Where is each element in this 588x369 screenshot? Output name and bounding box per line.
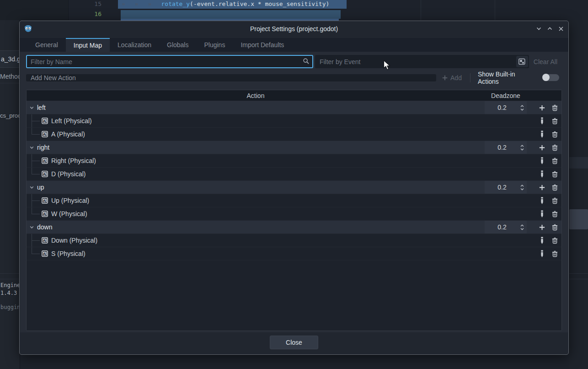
- tab-plugins[interactable]: Plugins: [196, 38, 233, 52]
- delete-action-button[interactable]: [551, 223, 558, 231]
- tab-label: Plugins: [204, 41, 225, 49]
- delete-event-button[interactable]: [551, 170, 558, 178]
- trash-icon: [551, 118, 558, 125]
- console-text: 1.4.3: [0, 290, 17, 296]
- code-keyword: rotate_y: [161, 0, 190, 7]
- delete-event-button[interactable]: [551, 250, 558, 257]
- add-action-button[interactable]: Add: [436, 71, 467, 84]
- add-new-action-input[interactable]: [26, 74, 436, 81]
- edit-event-button[interactable]: [538, 210, 545, 217]
- mouse-cursor: [383, 60, 391, 71]
- trash-icon: [551, 211, 558, 217]
- row-buttons: [527, 144, 561, 151]
- row-buttons: [527, 170, 561, 178]
- line-number: 16: [74, 11, 102, 17]
- event-row[interactable]: A Down (Physical): [27, 234, 561, 247]
- add-event-button[interactable]: [538, 144, 545, 151]
- chevron-down-icon[interactable]: [29, 185, 34, 190]
- plus-icon: [539, 224, 545, 231]
- tab-globals[interactable]: Globals: [159, 38, 196, 52]
- close-icon[interactable]: [557, 25, 564, 32]
- edit-event-button[interactable]: [538, 250, 545, 257]
- event-row[interactable]: A W (Physical): [27, 207, 561, 221]
- deadzone-spinbox[interactable]: 0.2: [485, 141, 527, 154]
- delete-event-button[interactable]: [551, 237, 558, 244]
- filter-name-wrap: [26, 55, 313, 68]
- deadzone-spinbox[interactable]: 0.2: [485, 101, 527, 114]
- action-group-row[interactable]: up 0.2: [27, 181, 561, 194]
- chevron-down-icon[interactable]: [29, 145, 34, 150]
- deadzone-value: 0.2: [485, 223, 519, 231]
- event-filter-button[interactable]: [516, 56, 528, 67]
- event-row[interactable]: A Up (Physical): [27, 194, 561, 207]
- updown-spinner-icon[interactable]: [519, 224, 525, 231]
- edit-event-button[interactable]: [538, 170, 545, 178]
- tab-import-defaults[interactable]: Import Defaults: [233, 38, 292, 52]
- input-event-icon: [518, 58, 526, 65]
- show-builtin-label: Show Built-in Actions: [478, 71, 537, 85]
- scrollbar-segment[interactable]: [569, 157, 588, 168]
- tab-general[interactable]: General: [27, 38, 66, 52]
- edit-event-button[interactable]: [538, 237, 545, 244]
- event-row[interactable]: A S (Physical): [27, 247, 561, 260]
- filter-by-name-input[interactable]: [26, 55, 313, 68]
- delete-event-button[interactable]: [551, 197, 558, 204]
- delete-event-button[interactable]: [551, 130, 558, 138]
- updown-spinner-icon[interactable]: [519, 104, 525, 111]
- event-row[interactable]: A A (Physical): [27, 128, 561, 141]
- trash-icon: [551, 250, 558, 257]
- delete-event-button[interactable]: [551, 117, 558, 125]
- delete-action-button[interactable]: [551, 104, 558, 111]
- action-group-row[interactable]: left 0.2: [27, 101, 561, 114]
- keyboard-key-icon: A: [42, 211, 48, 217]
- delete-action-button[interactable]: [551, 144, 558, 151]
- delete-action-button[interactable]: [551, 184, 558, 191]
- event-row[interactable]: A D (Physical): [27, 168, 561, 181]
- tab-input-map[interactable]: Input Map: [66, 38, 110, 52]
- action-group-row[interactable]: right 0.2: [27, 141, 561, 154]
- event-label: Up (Physical): [51, 197, 89, 204]
- tab-label: Globals: [167, 41, 188, 49]
- tab-guide-icon: »: [135, 0, 139, 7]
- line-number-gutter: 15 16: [69, 0, 104, 20]
- clear-all-button[interactable]: Clear All: [529, 58, 562, 65]
- deadzone-spinbox[interactable]: 0.2: [485, 181, 527, 194]
- delete-event-button[interactable]: [551, 210, 558, 217]
- chevron-up-icon[interactable]: [546, 25, 553, 32]
- svg-text:A: A: [43, 119, 46, 123]
- deadzone-spinbox[interactable]: 0.2: [485, 221, 527, 233]
- code-selection-line16: [121, 10, 341, 19]
- edit-event-button[interactable]: [538, 117, 545, 125]
- event-row[interactable]: A Right (Physical): [27, 154, 561, 168]
- dialog-titlebar[interactable]: Project Settings (project.godot): [20, 21, 568, 36]
- tab-localization[interactable]: Localization: [110, 38, 159, 52]
- add-event-button[interactable]: [538, 223, 545, 231]
- add-event-button[interactable]: [538, 184, 545, 191]
- tab-label: Localization: [118, 41, 151, 49]
- chevron-down-icon[interactable]: [29, 105, 34, 110]
- chevron-down-icon[interactable]: [29, 225, 34, 230]
- keyboard-key-icon: A: [42, 197, 48, 204]
- updown-spinner-icon[interactable]: [519, 144, 525, 151]
- event-row[interactable]: A Left (Physical): [27, 114, 561, 128]
- updown-spinner-icon[interactable]: [519, 184, 525, 191]
- dialog-title: Project Settings (project.godot): [20, 25, 568, 33]
- edit-event-button[interactable]: [538, 197, 545, 204]
- edit-event-button[interactable]: [538, 130, 545, 138]
- edit-event-button[interactable]: [538, 157, 545, 164]
- script-tab[interactable]: a_3d.g: [0, 50, 20, 68]
- add-event-button[interactable]: [538, 104, 545, 111]
- chevron-down-icon[interactable]: [535, 25, 542, 32]
- row-buttons: [527, 184, 561, 191]
- show-builtin-toggle[interactable]: [542, 74, 559, 81]
- scrollbar-grabber[interactable]: [569, 209, 588, 229]
- event-label: D (Physical): [51, 170, 86, 178]
- dock-list-item[interactable]: cs_proc: [0, 112, 20, 119]
- row-buttons: [527, 157, 561, 164]
- close-button[interactable]: Close: [270, 336, 318, 349]
- filter-by-event-input[interactable]: [315, 55, 529, 68]
- action-group-row[interactable]: down 0.2: [27, 221, 561, 234]
- delete-event-button[interactable]: [551, 157, 558, 164]
- filter-row: Clear All: [26, 55, 562, 68]
- dock-row[interactable]: Method: [0, 70, 20, 83]
